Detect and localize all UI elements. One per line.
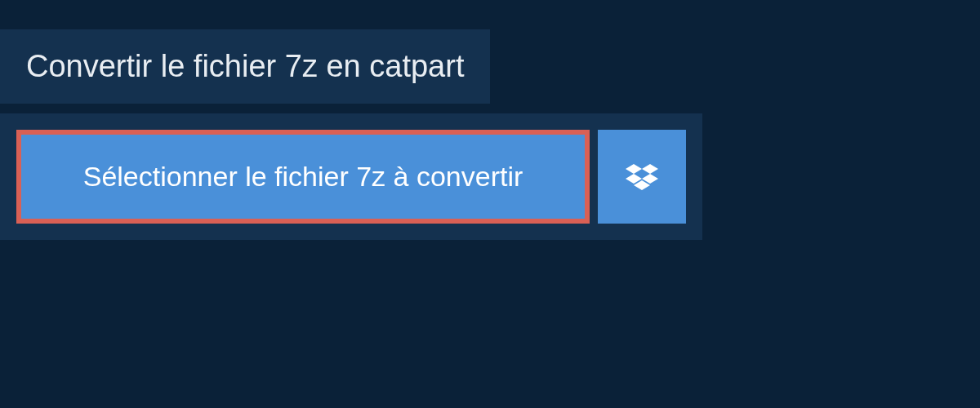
select-file-button[interactable]: Sélectionner le fichier 7z à convertir xyxy=(16,130,590,224)
dropbox-button[interactable] xyxy=(598,130,686,224)
action-panel: Sélectionner le fichier 7z à convertir xyxy=(0,113,702,240)
select-file-label: Sélectionner le fichier 7z à convertir xyxy=(83,161,523,193)
title-bar: Convertir le fichier 7z en catpart xyxy=(0,29,490,104)
dropbox-icon xyxy=(626,161,658,193)
page-title: Convertir le fichier 7z en catpart xyxy=(26,49,464,84)
